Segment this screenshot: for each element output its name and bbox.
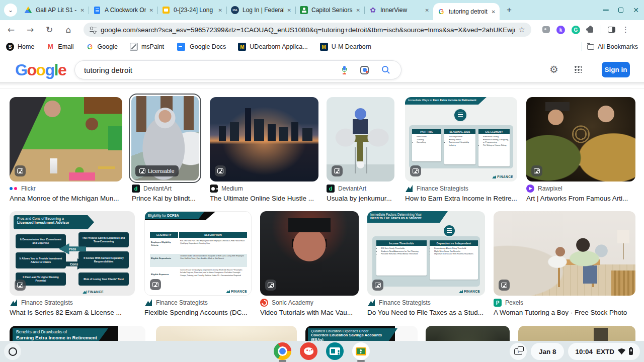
selected-image-result[interactable]: Licensable [129, 94, 201, 183]
microphone-icon[interactable] [342, 66, 347, 74]
bookmark-um-dearborn[interactable]: MU-M Dearborn [320, 43, 371, 51]
bookmark-google[interactable]: GGoogle [86, 43, 118, 51]
search-query-text[interactable]: tutoring detroit [84, 66, 342, 74]
classroom-app-icon[interactable] [352, 342, 370, 360]
umich-icon: M [320, 43, 328, 51]
status-area[interactable]: 10:04 EXTD [568, 343, 640, 360]
search-input[interactable]: tutoring detroit [74, 60, 401, 79]
tab-close-icon[interactable]: ✕ [425, 8, 429, 13]
sign-in-button[interactable]: Sign in [602, 62, 630, 77]
image-result-thumbnail[interactable]: Benefits and Drawbacks of Earning Extra … [10, 326, 145, 341]
bookmarks-bar: SHome MEmail GGoogle msPaint Google Docs… [0, 39, 644, 54]
image-result-thumbnail[interactable] [156, 326, 297, 341]
result-title[interactable]: Usuala by jenkumur... [327, 195, 396, 202]
result-title[interactable]: The Ultimate Online Side Hustle ... [210, 195, 319, 202]
bookmark-google-docs[interactable]: Google Docs [176, 43, 226, 51]
extension-icon[interactable] [542, 26, 550, 33]
bookmark-email[interactable]: MEmail [46, 43, 73, 51]
forward-button[interactable]: → [24, 25, 36, 35]
tab-tutoring-detroit-active[interactable]: G tutoring detroit - ✕ [433, 3, 500, 20]
result-source[interactable]: dDeviantArt [132, 185, 202, 193]
result-source[interactable]: Medium [210, 185, 319, 193]
image-result-thumbnail[interactable] [518, 326, 635, 341]
bookmark-udearborn-application[interactable]: MUDearborn Applica... [238, 43, 307, 51]
bookmark-mspaint[interactable]: msPaint [130, 43, 164, 51]
result-source[interactable]: Sonic Academy [260, 299, 360, 307]
bookmark-home[interactable]: SHome [6, 43, 34, 51]
calendar-pill[interactable]: Jan 8 [531, 343, 565, 360]
all-bookmarks-button[interactable]: All Bookmarks [587, 43, 638, 50]
result-source[interactable]: Finance Strategists [144, 299, 252, 307]
image-result-thumbnail[interactable]: Qualified Education Expenses Under Cover… [305, 326, 418, 341]
result-source[interactable]: Finance Strategists [10, 299, 135, 307]
reload-button[interactable]: ↻ [43, 25, 55, 35]
bookmark-star-icon[interactable]: ☆ [519, 25, 525, 34]
search-icon[interactable] [382, 66, 390, 74]
tab-federal-login[interactable]: FSA Log In | Federal S ✕ [227, 0, 295, 20]
side-panel-icon[interactable] [608, 27, 615, 33]
tab-close-icon[interactable]: ✕ [80, 8, 85, 13]
result-title[interactable]: Prince Kai by blindt... [132, 195, 202, 202]
canvas-app-icon[interactable] [300, 342, 317, 360]
browser-menu-icon[interactable]: ⋮ [622, 25, 629, 34]
chrome-app-icon[interactable] [274, 342, 291, 360]
screencast-app-icon[interactable] [326, 342, 344, 360]
launcher-button[interactable] [4, 343, 21, 360]
image-result-thumbnail[interactable] [10, 97, 122, 182]
image-result-thumbnail[interactable]: Licensable [131, 96, 199, 180]
image-result-thumbnail[interactable] [526, 97, 635, 182]
extensions-puzzle-icon[interactable] [588, 27, 593, 33]
image-result-thumbnail[interactable]: Eligibility for DCFSA ELIGIBILITY DESCRI… [144, 211, 252, 296]
url-text[interactable]: google.com/search?sca_esv=596572399&rlz=… [101, 26, 515, 34]
pros-box: It Allows You to Provide Investment Advi… [16, 252, 66, 268]
result-source[interactable]: Finance Strategists [367, 299, 486, 307]
result-title[interactable]: Video Tutorials with Mac Vau... [260, 309, 360, 316]
back-button[interactable]: ← [5, 25, 17, 35]
google-apps-grid-icon[interactable] [574, 65, 582, 73]
result-source[interactable]: Flickr [10, 185, 123, 193]
tab-clockwork-orange[interactable]: A Clockwork Ora ✕ [89, 0, 157, 20]
site-info-icon[interactable] [90, 27, 97, 33]
minimize-button[interactable] [603, 10, 609, 11]
image-result-thumbnail[interactable]: Immediate Ways to Earn Extra Income in R… [405, 97, 517, 182]
kami-extension-icon[interactable]: k [556, 26, 565, 34]
tab-capitol-seniors[interactable]: Capitol Seniors H ✕ [296, 0, 364, 20]
home-button[interactable]: ⌂ [62, 25, 74, 35]
restore-button[interactable] [618, 8, 623, 13]
window-close-button[interactable]: ✕ [633, 6, 639, 14]
result-title[interactable]: Do You Need to File Taxes as a Stud... [367, 309, 486, 316]
image-result-thumbnail[interactable]: Pros and Cons of Becoming a Licensed Inv… [10, 211, 135, 296]
tab-search-button[interactable]: ⌄ [4, 4, 17, 17]
google-lens-icon[interactable] [360, 66, 369, 74]
image-result-thumbnail[interactable] [210, 97, 318, 182]
image-result-thumbnail[interactable] [426, 326, 510, 341]
result-title[interactable]: A Woman Tutoring a Boy · Free Stock Phot… [494, 309, 636, 316]
tab-close-icon[interactable]: ✕ [149, 8, 153, 13]
image-result-thumbnail[interactable] [327, 97, 394, 182]
settings-gear-icon[interactable]: ⚙ [549, 63, 558, 75]
result-source[interactable]: Rawpixel [526, 185, 636, 193]
image-result-thumbnail[interactable]: Immediate Factors Determining Your Need … [367, 211, 485, 296]
tab-close-icon[interactable]: ✕ [287, 8, 291, 13]
result-source[interactable]: Finance Strategists [405, 185, 518, 193]
tab-gall-ap-lit[interactable]: Gall AP Lit S1 - G ✕ [20, 0, 89, 20]
image-result-thumbnail[interactable] [494, 211, 635, 296]
result-title[interactable]: Anna Monroe of the Michigan Mun... [10, 195, 123, 202]
new-tab-button[interactable]: + [503, 4, 516, 17]
screen-capture-button[interactable]: ↓ [510, 343, 527, 360]
result-title[interactable]: Art | Artworks From Famous Arti... [526, 195, 636, 202]
tab-close-icon[interactable]: ✕ [356, 8, 360, 13]
grammarly-extension-icon[interactable]: G [572, 26, 580, 34]
tab-innerview[interactable]: ✿ InnerView ✕ [365, 0, 433, 20]
tab-long-file[interactable]: 0-[23-24] Long Fi ✕ [158, 0, 226, 20]
result-source[interactable]: PPexels [494, 299, 636, 307]
result-source[interactable]: dDeviantArt [327, 185, 396, 193]
result-title[interactable]: What Is Series 82 Exam & License ... [10, 309, 135, 316]
tab-close-icon[interactable]: ✕ [492, 9, 496, 15]
google-logo[interactable]: Google [15, 61, 66, 79]
address-bar[interactable]: google.com/search?sca_esv=596572399&rlz=… [84, 23, 531, 37]
tab-close-icon[interactable]: ✕ [218, 8, 222, 13]
result-title[interactable]: Flexible Spending Accounts (DC... [144, 309, 252, 316]
result-title[interactable]: How to Earn Extra Income in Retire... [405, 195, 518, 202]
image-result-thumbnail[interactable] [260, 211, 359, 296]
